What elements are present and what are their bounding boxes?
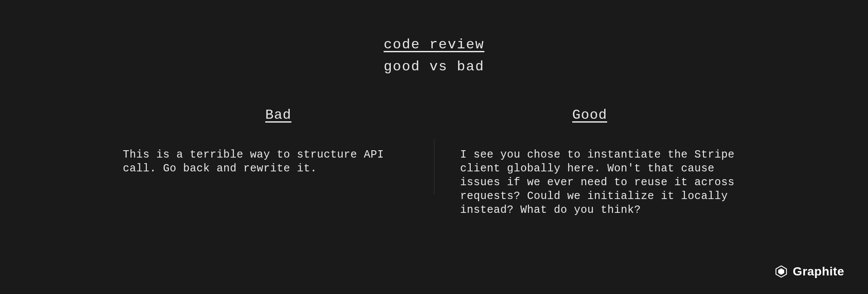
svg-marker-1 bbox=[778, 269, 784, 275]
slide-title: code review bbox=[383, 37, 484, 53]
slide-container: code review good vs bad Bad This is a te… bbox=[0, 0, 868, 217]
brand-name-text: Graphite bbox=[793, 265, 844, 278]
bad-body-text: This is a terrible way to structure API … bbox=[123, 148, 434, 176]
slide-subtitle: good vs bad bbox=[383, 59, 484, 75]
bad-heading: Bad bbox=[265, 107, 291, 123]
good-heading: Good bbox=[572, 107, 607, 123]
bad-column: Bad This is a terrible way to structure … bbox=[123, 107, 434, 217]
good-column: Good I see you chose to instantiate the … bbox=[434, 107, 745, 217]
comparison-columns: Bad This is a terrible way to structure … bbox=[0, 107, 868, 217]
good-body-text: I see you chose to instantiate the Strip… bbox=[434, 148, 745, 217]
brand-footer: Graphite bbox=[775, 265, 844, 278]
graphite-logo-icon bbox=[775, 265, 788, 278]
